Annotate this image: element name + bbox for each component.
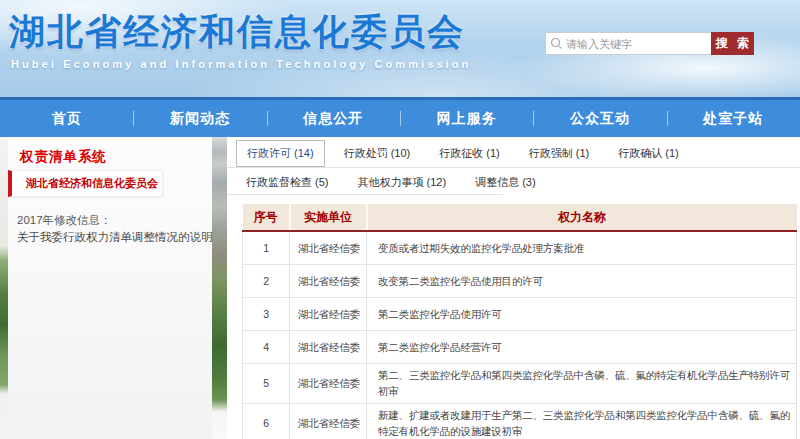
row-power-name[interactable]: 变质或者过期失效的监控化学品处理方案批准 xyxy=(367,231,797,265)
row-unit: 湖北省经信委 xyxy=(290,298,367,331)
row-number: 1 xyxy=(243,231,290,265)
search-box: 搜 索 xyxy=(545,32,754,55)
nav-item-interaction[interactable]: 公众互动 xyxy=(533,100,666,137)
tab-administrative-confirmation[interactable]: 行政确认 (1) xyxy=(608,141,689,166)
sidebar-info-link[interactable]: 关于我委行政权力清单调整情况的说明 xyxy=(17,230,213,245)
tab-administrative-levy[interactable]: 行政征收 (1) xyxy=(429,141,510,166)
nav-item-disclosure[interactable]: 信息公开 xyxy=(267,100,400,137)
tab-administrative-coercion[interactable]: 行政强制 (1) xyxy=(519,141,600,166)
tab-adjustment-info[interactable]: 调整信息 (3) xyxy=(465,170,546,195)
table-row: 2 湖北省经信委 改变第二类监控化学品使用目的许可 xyxy=(243,265,797,298)
table-row: 5 湖北省经信委 第二、三类监控化学品和第四类监控化学品中含磷、硫、氟的特定有机… xyxy=(243,364,797,404)
table-row: 4 湖北省经信委 第二类监控化学品经营许可 xyxy=(243,331,797,364)
table-row: 3 湖北省经信委 第二类监控化学品使用许可 xyxy=(243,298,797,331)
row-power-name[interactable]: 第二类监控化学品使用许可 xyxy=(367,298,797,331)
row-number: 5 xyxy=(243,364,290,404)
sidebar-info-label: 2017年修改信息： xyxy=(17,213,112,228)
page: 湖北省经济和信息化委员会 Hubei Economy and Informati… xyxy=(0,0,800,439)
site-title: 湖北省经济和信息化委员会 xyxy=(9,8,465,57)
tab-other-power-matters[interactable]: 其他权力事项 (12) xyxy=(348,170,457,195)
row-number: 3 xyxy=(243,298,290,331)
sidebar: 权责清单系统 湖北省经济和信息化委员会 2017年修改信息： 关于我委行政权力清… xyxy=(8,137,212,439)
sidebar-system-title: 权责清单系统 xyxy=(20,148,107,166)
background-photo-left-sliver xyxy=(0,137,8,439)
row-unit: 湖北省经信委 xyxy=(290,331,367,364)
main-nav: 首页 新闻动态 信息公开 网上服务 公众互动 处室子站 xyxy=(0,97,800,137)
row-power-name[interactable]: 改变第二类监控化学品使用目的许可 xyxy=(367,265,797,298)
background-photo-middle-sliver xyxy=(212,137,227,439)
tabs-row-1: 行政许可 (14) 行政处罚 (10) 行政征收 (1) 行政强制 (1) 行政… xyxy=(236,140,698,167)
nav-item-home[interactable]: 首页 xyxy=(0,100,133,137)
power-list-table: 序号 实施单位 权力名称 1 湖北省经信委 变质或者过期失效的监控化学品处理方案… xyxy=(242,204,797,439)
main-content: 行政许可 (14) 行政处罚 (10) 行政征收 (1) 行政强制 (1) 行政… xyxy=(227,137,800,439)
search-input[interactable] xyxy=(566,33,711,54)
column-header-unit: 实施单位 xyxy=(290,204,367,231)
column-header-number: 序号 xyxy=(243,204,290,231)
row-number: 2 xyxy=(243,265,290,298)
row-number: 6 xyxy=(243,403,290,439)
tab-supervision-inspection[interactable]: 行政监督检查 (5) xyxy=(236,170,339,195)
sidebar-item-commission[interactable]: 湖北省经济和信息化委员会 xyxy=(8,170,163,197)
table-header-row: 序号 实施单位 权力名称 xyxy=(243,204,797,231)
row-power-name[interactable]: 新建、扩建或者改建用于生产第二、三类监控化学品和第四类监控化学品中含磷、硫、氟的… xyxy=(367,403,797,439)
nav-item-substations[interactable]: 处室子站 xyxy=(667,100,800,137)
row-power-name[interactable]: 第二类监控化学品经营许可 xyxy=(367,331,797,364)
search-button[interactable]: 搜 索 xyxy=(711,32,754,55)
row-unit: 湖北省经信委 xyxy=(290,403,367,439)
row-unit: 湖北省经信委 xyxy=(290,364,367,404)
row-unit: 湖北省经信委 xyxy=(290,265,367,298)
row-unit: 湖北省经信委 xyxy=(290,231,367,265)
search-icon xyxy=(546,33,566,54)
row-number: 4 xyxy=(243,331,290,364)
tabs-row-2: 行政监督检查 (5) 其他权力事项 (12) 调整信息 (3) xyxy=(236,170,555,195)
site-title-english: Hubei Economy and Information Technology… xyxy=(11,58,471,70)
site-header: 湖北省经济和信息化委员会 Hubei Economy and Informati… xyxy=(0,0,800,97)
column-header-power: 权力名称 xyxy=(367,204,797,231)
table-row: 6 湖北省经信委 新建、扩建或者改建用于生产第二、三类监控化学品和第四类监控化学… xyxy=(243,403,797,439)
tab-administrative-penalty[interactable]: 行政处罚 (10) xyxy=(334,141,421,166)
tabs-divider-2 xyxy=(227,194,503,195)
nav-item-news[interactable]: 新闻动态 xyxy=(133,100,266,137)
nav-item-services[interactable]: 网上服务 xyxy=(400,100,533,137)
table-row: 1 湖北省经信委 变质或者过期失效的监控化学品处理方案批准 xyxy=(243,231,797,265)
tabs-divider-1 xyxy=(227,167,800,168)
row-power-name[interactable]: 第二、三类监控化学品和第四类监控化学品中含磷、硫、氟的特定有机化学品生产特别许可… xyxy=(367,364,797,404)
tab-administrative-license[interactable]: 行政许可 (14) xyxy=(236,140,325,167)
